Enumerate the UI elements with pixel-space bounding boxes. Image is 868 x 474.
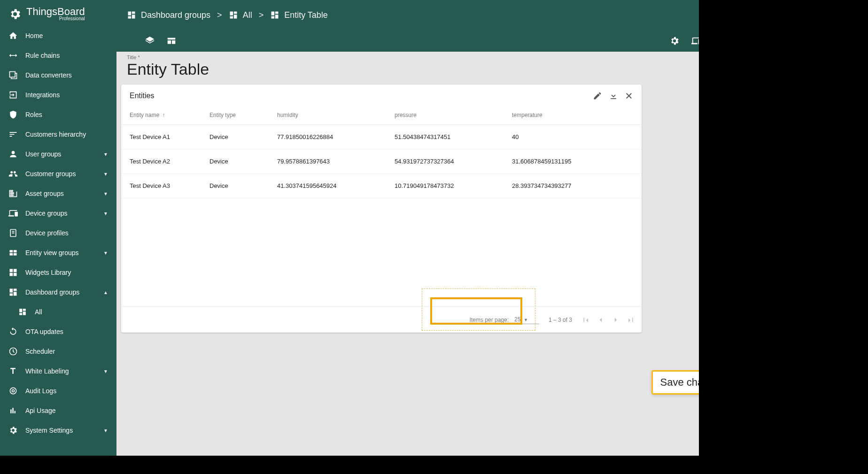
sidebar-item-data-converters[interactable]: Data converters <box>0 65 116 85</box>
sidebar-item-rule-chains[interactable]: Rule chains <box>0 46 116 65</box>
svg-point-5 <box>10 388 16 394</box>
layers-icon[interactable] <box>145 36 155 46</box>
sidebar-item-scheduler[interactable]: Scheduler <box>0 342 116 361</box>
logo-icon <box>8 8 22 21</box>
sidebar-item-white-labeling[interactable]: White Labeling▼ <box>0 361 116 381</box>
column-header-entity-type[interactable]: Entity type <box>209 112 277 118</box>
breadcrumb-group[interactable]: Dashboard groups <box>127 10 210 20</box>
sidebar-item-home[interactable]: Home <box>0 26 116 46</box>
sidebar-item-customer-groups[interactable]: Customer groups▼ <box>0 164 116 184</box>
cell-pressure: 51.50438474317451 <box>395 133 512 140</box>
next-page-icon[interactable] <box>612 316 620 324</box>
sidebar-item-label: Api Usage <box>25 407 56 414</box>
sidebar-item-label: Integrations <box>25 91 60 99</box>
breadcrumb: Dashboard groups > All > Entity Table <box>127 10 328 20</box>
sidebar-item-label: White Labeling <box>25 367 69 375</box>
sidebar-item-label: Scheduler <box>25 348 55 355</box>
sidebar-item-integrations[interactable]: Integrations <box>0 85 116 105</box>
svg-rect-0 <box>10 72 16 78</box>
pager-range: 1 – 3 of 3 <box>549 317 572 323</box>
sidebar: ThingsBoard Professional Home Rule chain… <box>0 0 116 456</box>
column-header-entity-name[interactable]: Entity name↑ <box>130 112 209 118</box>
profile-icon <box>8 228 18 238</box>
dashboards-icon <box>18 307 27 317</box>
sidebar-item-api-usage[interactable]: Api Usage <box>0 401 116 420</box>
chevron-down-icon: ▼ <box>103 191 108 196</box>
cell-entity-name: Test Device A2 <box>130 158 209 165</box>
sidebar-item-label: Asset groups <box>25 190 64 197</box>
chevron-down-icon: ▼ <box>103 250 108 256</box>
dashboard-icon <box>8 288 18 297</box>
column-header-pressure[interactable]: pressure <box>395 112 512 118</box>
chevron-down-icon: ▼ <box>103 369 108 374</box>
last-page-icon[interactable] <box>627 316 635 324</box>
entities-widget: Entities Entity name↑ Entity type humidi… <box>121 85 642 333</box>
title-field-value[interactable]: Entity Table <box>127 60 209 78</box>
cell-temperature: 28.393734734393277 <box>512 182 629 189</box>
sidebar-item-entity-view-groups[interactable]: Entity view groups▼ <box>0 243 116 263</box>
breadcrumb-page[interactable]: Entity Table <box>270 10 328 20</box>
settings-icon[interactable] <box>669 36 680 46</box>
prev-page-icon[interactable] <box>597 316 605 324</box>
sidebar-item-label: Entity view groups <box>25 249 79 256</box>
table-row[interactable]: Test Device A3 Device 41.303741595645924… <box>121 174 642 198</box>
sidebar-item-ota-updates[interactable]: OTA updates <box>0 322 116 342</box>
sidebar-item-label: System Settings <box>25 427 73 434</box>
sidebar-item-label: Dashboard groups <box>25 288 79 296</box>
svg-point-6 <box>12 390 15 392</box>
download-icon[interactable] <box>609 91 618 101</box>
sidebar-item-roles[interactable]: Roles <box>0 105 116 124</box>
gear-icon <box>8 426 18 435</box>
close-icon[interactable] <box>625 91 633 101</box>
pager-label: Items per page: <box>470 317 509 323</box>
column-header-temperature[interactable]: temperature <box>512 112 629 118</box>
sidebar-item-label: Data converters <box>25 71 72 79</box>
sidebar-item-asset-groups[interactable]: Asset groups▼ <box>0 184 116 203</box>
update-icon <box>8 327 18 336</box>
cell-temperature: 31.606878459131195 <box>512 158 629 165</box>
sidebar-item-device-groups[interactable]: Device groups▼ <box>0 203 116 223</box>
first-page-icon[interactable] <box>581 316 590 324</box>
layouts-icon[interactable] <box>166 36 177 46</box>
breadcrumb-all[interactable]: All <box>229 10 252 20</box>
sidebar-item-system-settings[interactable]: System Settings▼ <box>0 420 116 440</box>
cell-pressure: 54.931972737327364 <box>395 158 512 165</box>
sidebar-item-label: Rule chains <box>25 52 60 59</box>
converter-icon <box>8 70 18 80</box>
table-row[interactable]: Test Device A1 Device 77.91850016226884 … <box>121 125 642 149</box>
view-icon <box>8 248 18 257</box>
sidebar-item-label: OTA updates <box>25 328 63 335</box>
people-icon <box>8 169 18 179</box>
sidebar-item-user-groups[interactable]: User groups▼ <box>0 144 116 164</box>
domain-icon <box>8 189 18 198</box>
table-pagination: Items per page: 25 ▼ 1 – 3 of 3 <box>121 306 642 333</box>
cell-entity-name: Test Device A1 <box>130 133 209 140</box>
sidebar-item-label: Customers hierarchy <box>25 131 86 138</box>
breadcrumb-separator: > <box>217 10 222 20</box>
sidebar-item-customers-hierarchy[interactable]: Customers hierarchy <box>0 124 116 144</box>
cell-entity-type: Device <box>209 158 277 165</box>
sidebar-item-dashboard-groups[interactable]: Dashboard groups▲ <box>0 282 116 302</box>
logo-text: ThingsBoard <box>26 7 85 17</box>
sidebar-item-label: Customer groups <box>25 170 76 178</box>
logo: ThingsBoard Professional <box>0 0 116 26</box>
sidebar-item-device-profiles[interactable]: Device profiles <box>0 223 116 243</box>
home-icon <box>8 31 18 40</box>
table-row[interactable]: Test Device A2 Device 79.9578861397643 5… <box>121 149 642 174</box>
sidebar-item-label: User groups <box>25 150 61 158</box>
widgets-icon <box>8 268 18 277</box>
column-header-humidity[interactable]: humidity <box>277 112 395 118</box>
widget-title: Entities <box>130 92 154 100</box>
cell-humidity: 77.91850016226884 <box>277 133 395 140</box>
track-icon <box>8 386 18 396</box>
cell-temperature: 40 <box>512 133 629 140</box>
sidebar-item-widgets-library[interactable]: Widgets Library <box>0 263 116 282</box>
sidebar-item-all[interactable]: All <box>0 302 116 322</box>
page-size-select[interactable]: 25 ▼ <box>512 315 539 324</box>
devices-icon <box>8 209 18 218</box>
edit-icon[interactable] <box>593 91 602 101</box>
sidebar-item-audit-logs[interactable]: Audit Logs <box>0 381 116 401</box>
sidebar-item-label: Audit Logs <box>25 387 56 395</box>
dropdown-arrow-icon: ▼ <box>524 318 528 322</box>
cell-entity-name: Test Device A3 <box>130 182 209 189</box>
